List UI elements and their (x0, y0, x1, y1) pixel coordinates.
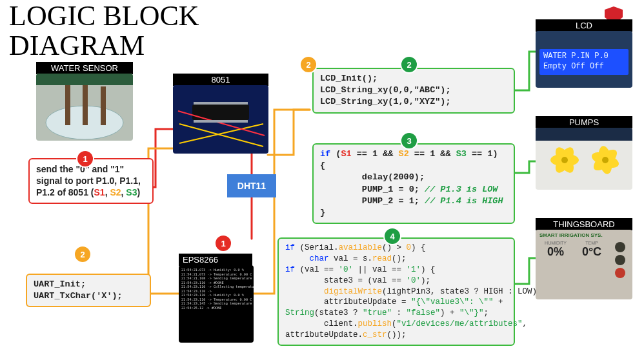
lcd-label: LCD (536, 19, 632, 32)
svg-rect-2 (65, 85, 70, 125)
svg-rect-3 (83, 81, 88, 125)
b1-s3: S3 (126, 187, 137, 197)
status-dot-1 (615, 242, 625, 252)
water-sensor-image (36, 74, 133, 141)
lcd-text-2: Empty Off Off (543, 62, 604, 71)
svg-rect-9 (194, 120, 248, 123)
tb-hum-val: 0% (539, 245, 572, 259)
badge-2o: 2 (299, 55, 317, 74)
page-title: LOGIC BLOCK DIAGRAM (9, 1, 199, 61)
svg-point-17 (561, 157, 568, 163)
badge-3g: 3 (400, 132, 418, 150)
dht11-box: DHT11 (227, 174, 276, 197)
code-pump: if (S1 == 1 && S2 == 1 && S3 == 1) { del… (312, 143, 515, 224)
pumps-label: PUMPS (536, 116, 632, 128)
esp-label: EPS8266 (179, 254, 252, 266)
title-line-2: DIAGRAM (9, 30, 145, 61)
b1-s1: S1 (94, 187, 105, 197)
lcd-text-1: WATER P.IN P.0 (543, 52, 609, 61)
badge-2g: 2 (400, 55, 418, 74)
svg-rect-8 (194, 102, 248, 105)
tb-title: SMART IRRIGATION SYS. (536, 230, 632, 241)
water-sensor-label: WATER SENSOR (36, 62, 133, 74)
mcu-label: 8051 (173, 74, 268, 86)
badge-1a: 1 (76, 150, 94, 168)
tb-dashboard: SMART IRRIGATION SYS. HUMIDITY 0% TEMP 0… (536, 230, 632, 299)
badge-1b: 1 (214, 234, 232, 252)
svg-point-21 (602, 157, 609, 163)
mcu-image (173, 85, 268, 154)
status-dot-2 (615, 255, 625, 265)
status-dot-3 (615, 268, 625, 278)
badge-4g: 4 (383, 227, 401, 245)
title-line-1: LOGIC BLOCK (9, 0, 199, 32)
code-lcd: LCD_Init(); LCD_String_xy(0,0,"ABC"); LC… (312, 68, 515, 114)
tb-label: THINGSBOARD (536, 218, 632, 230)
svg-rect-5 (36, 74, 133, 85)
pumps-image (536, 128, 632, 190)
esp-console: 21:54:21.073 -> Humidity: 0.0 % 21:54:21… (179, 265, 254, 343)
uart-code: UART_Init; UART_TxChar('X'); (26, 274, 151, 307)
tb-hum-lbl: HUMIDITY (539, 241, 572, 245)
badge-2a: 2 (74, 245, 92, 263)
svg-rect-13 (536, 128, 632, 141)
tb-temp-val: 0°C (576, 245, 608, 259)
code-serial: if (Serial.available() > 0) { char val =… (277, 237, 515, 346)
svg-rect-4 (101, 86, 106, 125)
tb-temp-lbl: TEMP (576, 241, 608, 245)
b1-s2: S2 (110, 187, 121, 197)
